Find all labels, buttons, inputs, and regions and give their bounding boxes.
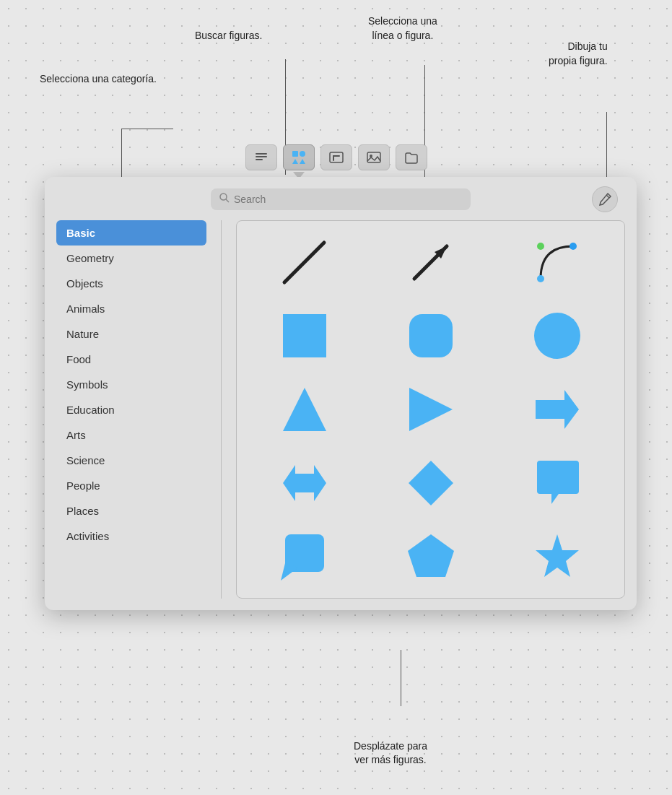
annotation-select-shape: Selecciona unalínea o figura.	[368, 14, 437, 43]
svg-marker-32	[536, 534, 579, 577]
sidebar-item-places[interactable]: Places	[56, 498, 206, 524]
sidebar-item-basic[interactable]: Basic	[56, 220, 206, 246]
file-button[interactable]	[396, 144, 427, 170]
ann-line-cat-h	[121, 129, 173, 129]
sidebar-item-food[interactable]: Food	[56, 347, 206, 372]
pen-button[interactable]	[592, 186, 618, 212]
svg-point-18	[537, 275, 544, 282]
svg-marker-26	[536, 390, 579, 429]
svg-rect-1	[256, 156, 267, 157]
svg-point-23	[534, 313, 580, 359]
shapes-area	[227, 220, 625, 599]
shape-speech-bubble[interactable]	[498, 451, 616, 516]
shape-curve[interactable]	[498, 230, 616, 295]
svg-rect-21	[283, 314, 326, 357]
sidebar-item-objects[interactable]: Objects	[56, 271, 206, 296]
shape-arrow-diagonal[interactable]	[372, 230, 489, 295]
annotation-search: Buscar figuras.	[195, 29, 262, 43]
annotation-scroll: Desplázate paraver más figuras.	[354, 739, 427, 768]
shape-line-diagonal[interactable]	[245, 230, 363, 295]
svg-line-12	[606, 195, 609, 198]
sidebar-item-animals[interactable]: Animals	[56, 296, 206, 321]
svg-marker-27	[283, 465, 326, 501]
svg-point-19	[570, 243, 577, 250]
sidebar-item-symbols[interactable]: Symbols	[56, 372, 206, 397]
sidebar-item-science[interactable]: Science	[56, 448, 206, 473]
shape-square[interactable]	[245, 303, 363, 368]
main-content: Basic Geometry Objects Animals Nature Fo…	[56, 220, 625, 599]
sidebar-item-education[interactable]: Education	[56, 397, 206, 422]
textbox-button[interactable]	[320, 144, 352, 170]
sidebar-item-nature[interactable]: Nature	[56, 321, 206, 347]
svg-marker-25	[409, 388, 453, 431]
shape-callout[interactable]	[245, 524, 363, 589]
svg-marker-24	[283, 388, 326, 431]
shapes-grid	[236, 220, 625, 599]
ann-line-scroll-v	[401, 650, 401, 706]
shape-arrow-right[interactable]	[498, 377, 616, 442]
svg-marker-5	[292, 159, 298, 164]
sidebar-item-people[interactable]: People	[56, 473, 206, 498]
shape-circle[interactable]	[498, 303, 616, 368]
shape-pentagon[interactable]	[372, 524, 489, 589]
shapes-panel: Basic Geometry Objects Animals Nature Fo…	[45, 177, 637, 610]
svg-rect-3	[292, 151, 298, 157]
category-sidebar: Basic Geometry Objects Animals Nature Fo…	[56, 220, 215, 599]
shape-star[interactable]	[498, 524, 616, 589]
svg-rect-22	[409, 314, 453, 357]
svg-point-20	[537, 243, 544, 250]
shape-rounded-rect[interactable]	[372, 303, 489, 368]
image-button[interactable]	[358, 144, 390, 170]
svg-marker-31	[408, 534, 454, 577]
svg-point-13	[220, 194, 227, 200]
shape-diamond[interactable]	[372, 451, 489, 516]
svg-point-4	[300, 151, 305, 157]
search-icon	[219, 193, 230, 206]
search-input[interactable]	[234, 194, 462, 205]
annotation-draw: Dibuja tupropia figura.	[549, 40, 608, 68]
shape-triangle-up[interactable]	[245, 377, 363, 442]
sidebar-item-activities[interactable]: Activities	[56, 524, 206, 549]
svg-line-14	[226, 199, 229, 202]
text-button[interactable]	[245, 144, 277, 170]
svg-line-15	[284, 243, 324, 282]
sidebar-item-geometry[interactable]: Geometry	[56, 246, 206, 271]
svg-rect-0	[256, 153, 267, 155]
shape-triangle-right[interactable]	[372, 377, 489, 442]
svg-marker-28	[409, 461, 453, 505]
svg-rect-7	[330, 152, 343, 162]
toolbar	[0, 144, 672, 170]
svg-rect-2	[256, 159, 263, 160]
annotation-category: Selecciona una categoría.	[40, 72, 157, 87]
sidebar-divider	[221, 220, 222, 599]
svg-rect-9	[333, 155, 340, 157]
shapes-button[interactable]	[283, 144, 315, 170]
shape-double-arrow[interactable]	[245, 451, 363, 516]
sidebar-item-arts[interactable]: Arts	[56, 422, 206, 448]
search-bar	[211, 188, 471, 210]
svg-marker-6	[300, 159, 305, 164]
